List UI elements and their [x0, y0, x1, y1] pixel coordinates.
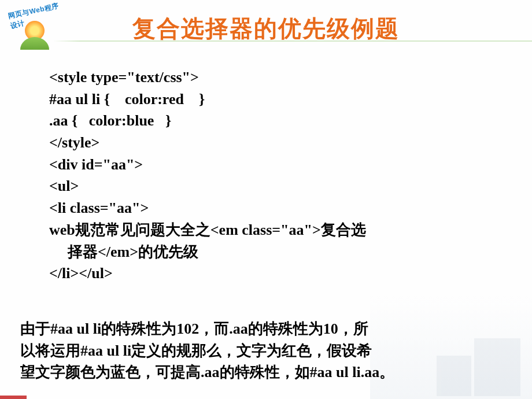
code-line-7: <li class="aa">	[49, 197, 483, 219]
explanation-line-2: 以将运用#aa ul li定义的规那么，文字为红色，假设希	[20, 340, 515, 362]
slide-title: 复合选择器的优先级例题	[0, 13, 532, 45]
code-line-3: .aa { color:blue }	[49, 110, 483, 132]
code-line-6: <ul>	[49, 175, 483, 197]
explanation-line-1: 由于#aa ul li的特殊性为102，而.aa的特殊性为10，所	[20, 318, 515, 340]
explanation-line-3: 望文字颜色为蓝色，可提高.aa的特殊性，如#aa ul li.aa。	[20, 361, 515, 383]
code-line-4: </style>	[49, 132, 483, 154]
code-line-5: <div id="aa">	[49, 154, 483, 176]
code-block: <style type="text/css"> #aa ul li { colo…	[49, 66, 483, 285]
code-line-1: <style type="text/css">	[49, 66, 483, 88]
code-line-2: #aa ul li { color:red }	[49, 88, 483, 110]
code-line-9: </li></ul>	[49, 263, 483, 285]
explanation-text: 由于#aa ul li的特殊性为102，而.aa的特殊性为10，所 以将运用#a…	[20, 318, 515, 383]
code-line-8b: 择器</em>的优先级	[49, 241, 483, 263]
bottom-accent-bar	[0, 396, 532, 399]
code-line-8a: web规范常见问题大全之<em class="aa">复合选	[49, 219, 483, 241]
